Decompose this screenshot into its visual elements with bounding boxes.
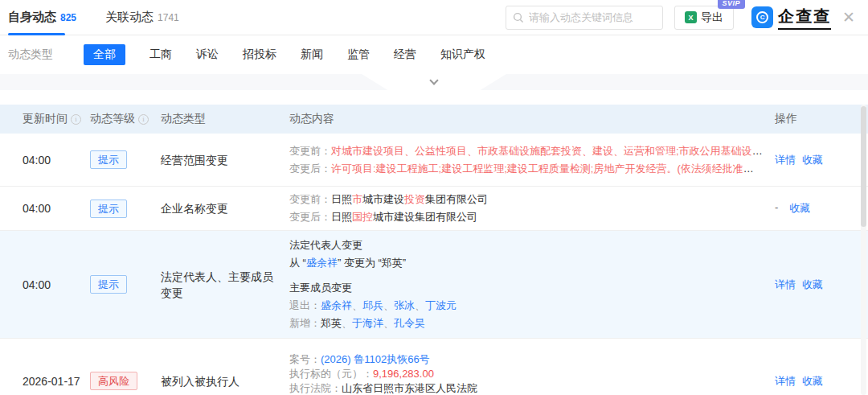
row-action-cell: 详情收藏 (775, 278, 868, 292)
level-badge: 提示 (90, 275, 127, 294)
content-link[interactable]: 孔令昊 (394, 317, 425, 329)
dynamics-panel: 自身动态 825 关联动态 1741 X 导出 SVIP C 企查查 ✕ 动态类… (0, 0, 868, 395)
content-link[interactable]: 张冰 (394, 299, 415, 311)
search-input[interactable] (529, 11, 656, 23)
export-button[interactable]: X 导出 (674, 6, 734, 30)
content-text: 变更后： (289, 211, 331, 223)
action-详情[interactable]: 详情 (775, 153, 796, 167)
row-type-cell: 法定代表人、主要成员变更 (161, 269, 289, 301)
content-text: 主要成员变更 (289, 282, 352, 294)
content-text: 对城市建设项目、公益性项目、市政基础设施配套投资、建设、运营和管理;市政公用基础… (331, 145, 764, 157)
table-row: 04:00提示经营范围变更变更前：对城市建设项目、公益性项目、市政基础设施配套投… (0, 134, 868, 187)
close-icon[interactable]: ✕ (842, 10, 855, 25)
collapse-band (0, 74, 868, 90)
tab-related-dynamics[interactable]: 关联动态 1741 (105, 0, 179, 35)
row-type-cell: 被列入被执行人 (161, 373, 289, 389)
export-label: 导出 (701, 10, 723, 25)
chevron-down-icon (429, 76, 438, 84)
action-收藏[interactable]: 收藏 (802, 153, 823, 167)
table-row: 2026-01-17高风险被列入被执行人案号：(2026) 鲁1102执恢66号… (0, 339, 868, 395)
tab-label: 自身动态 (8, 10, 56, 25)
content-line: 退出：盛余祥、邱兵、张冰、丁波元 (289, 297, 764, 315)
action-详情[interactable]: 详情 (775, 278, 796, 292)
tab-count: 825 (60, 12, 76, 23)
top-header: 自身动态 825 关联动态 1741 X 导出 SVIP C 企查查 ✕ (0, 0, 868, 35)
filter-option-4[interactable]: 新闻 (301, 47, 323, 62)
tab-self-dynamics[interactable]: 自身动态 825 (8, 0, 76, 35)
content-link[interactable]: 丁波元 (425, 299, 457, 311)
action-详情[interactable]: 详情 (775, 374, 796, 389)
table-row: 04:00提示法定代表人、主要成员变更法定代表人变更从 “盛余祥” 变更为 “郑… (0, 231, 868, 339)
content-text: 从 “ (289, 257, 306, 269)
svip-badge: SVIP (718, 0, 746, 9)
content-text: 执行标的（元）： (289, 368, 373, 380)
keyword-search-box[interactable] (506, 6, 663, 30)
table-header: 更新时间i 动态等级i 动态类型 动态内容 操作 (0, 105, 868, 134)
info-icon[interactable]: i (71, 114, 81, 125)
content-text: 9,196,283.00 (373, 368, 434, 380)
export-wrap: X 导出 SVIP (674, 6, 734, 30)
content-line: 新增：郑英、于海洋、孔令昊 (289, 315, 764, 332)
content-text: 国控 (352, 211, 373, 223)
content-text: 投资 (404, 193, 425, 205)
row-action-cell: 详情收藏 (775, 374, 868, 389)
row-actions: 详情收藏 (775, 153, 852, 167)
action-收藏[interactable]: 收藏 (802, 374, 823, 389)
content-line: 变更后：许可项目:建设工程施工;建设工程监理;建设工程质量检测;房地产开发经营。… (289, 160, 764, 178)
row-actions: 详情收藏 (775, 374, 852, 389)
content-text: 变更前： (289, 193, 331, 205)
content-text: 郑英 (321, 317, 342, 329)
content-text: 、 (342, 317, 352, 329)
action-收藏[interactable]: 收藏 (789, 201, 810, 216)
brand: C 企查查 (751, 6, 831, 30)
content-text: 新增： (289, 317, 321, 329)
filter-option-6[interactable]: 经营 (394, 47, 416, 62)
content-text: 城市建设集团有限公司 (373, 211, 477, 223)
scrollbar-thumb[interactable] (861, 106, 866, 227)
filter-option-3[interactable]: 招投标 (243, 47, 276, 62)
row-content-cell: 法定代表人变更从 “盛余祥” 变更为 “郑英”主要成员变更退出：盛余祥、邱兵、张… (289, 237, 775, 332)
col-level: 动态等级 (90, 112, 135, 126)
row-level-cell: 提示 (90, 275, 161, 294)
level-badge: 提示 (90, 200, 127, 218)
content-line: 变更前：日照市城市建设投资集团有限公司 (289, 191, 764, 208)
level-badge: 提示 (90, 150, 127, 169)
row-level-cell: 提示 (90, 150, 161, 169)
filter-option-1[interactable]: 工商 (149, 47, 172, 62)
filter-option-0[interactable]: 全部 (84, 44, 125, 65)
content-line: 案号：(2026) 鲁1102执恢66号 (289, 352, 764, 367)
content-text: 执行法院： (289, 382, 342, 394)
row-action-cell: 详情收藏 (775, 153, 868, 167)
content-line: 变更前：对城市建设项目、公益性项目、市政基础设施配套投资、建设、运营和管理;市政… (289, 142, 764, 160)
brand-name: 企查查 (778, 6, 831, 30)
row-action-cell: -收藏 (775, 201, 868, 216)
content-link[interactable]: 盛余祥 (321, 299, 352, 311)
filter-row: 动态类型 全部工商诉讼招投标新闻监管经营知识产权 (0, 35, 868, 74)
action-placeholder: - (775, 201, 778, 216)
update-time: 2026-01-17 (23, 375, 80, 388)
col-type: 动态类型 (161, 112, 206, 126)
row-actions: 详情收藏 (775, 278, 852, 292)
content-link[interactable]: 邱兵 (362, 299, 383, 311)
filter-label: 动态类型 (8, 47, 53, 62)
filter-option-2[interactable]: 诉讼 (196, 47, 219, 62)
row-level-cell: 提示 (90, 200, 161, 218)
row-content-cell: 变更前：对城市建设项目、公益性项目、市政基础设施配套投资、建设、运营和管理;市政… (289, 142, 775, 178)
row-level-cell: 高风险 (90, 372, 161, 390)
content-link[interactable]: (2026) 鲁1102执恢66号 (321, 353, 430, 365)
row-actions: -收藏 (775, 201, 852, 216)
content-text: 变更前： (289, 145, 331, 157)
rows: 04:00提示经营范围变更变更前：对城市建设项目、公益性项目、市政基础设施配套投… (0, 134, 868, 395)
filter-option-7[interactable]: 知识产权 (440, 47, 485, 62)
filter-option-5[interactable]: 监管 (347, 47, 370, 62)
content-link[interactable]: 于海洋 (352, 317, 383, 329)
row-content-cell: 案号：(2026) 鲁1102执恢66号执行标的（元）：9,196,283.00… (289, 352, 775, 395)
content-text: 集团有限公司 (425, 193, 488, 205)
row-type-cell: 经营范围变更 (161, 152, 289, 168)
update-time: 04:00 (23, 202, 51, 215)
row-time-cell: 04:00 (0, 278, 90, 291)
content-link[interactable]: 盛余祥 (306, 257, 338, 269)
collapse-toggle[interactable] (362, 74, 506, 90)
action-收藏[interactable]: 收藏 (802, 278, 823, 292)
info-icon[interactable]: i (138, 114, 149, 125)
